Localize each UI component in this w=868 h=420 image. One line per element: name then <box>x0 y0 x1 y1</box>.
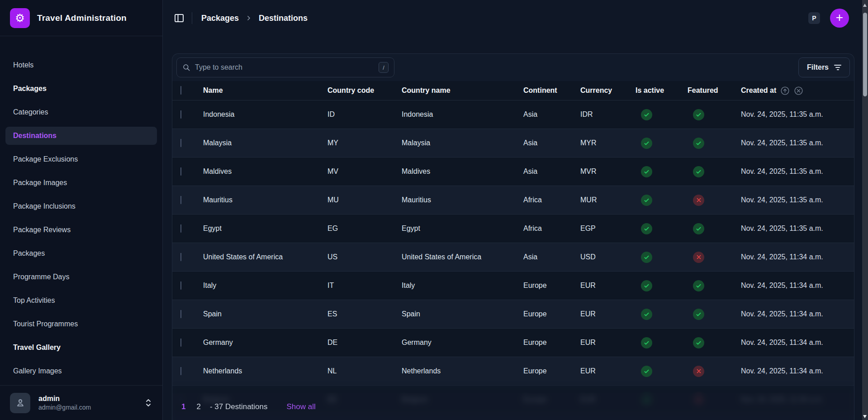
plus-icon: + <box>836 10 843 25</box>
table-row-italy[interactable]: ItalyITItalyEuropeEURNov. 24, 2025, 11:3… <box>172 272 854 300</box>
cell-continent: Asia <box>519 139 576 147</box>
table-row-indonesia[interactable]: IndonesiaIDIndonesiaAsiaIDRNov. 24, 2025… <box>172 100 854 129</box>
row-checkbox[interactable] <box>180 224 181 233</box>
not-featured-x-badge <box>693 252 704 263</box>
cell-country-name: Italy <box>397 282 519 290</box>
scroll-down-arrow-icon[interactable] <box>863 415 867 418</box>
table-row-united-states-of-america[interactable]: United States of AmericaUSUnited States … <box>172 243 854 272</box>
active-check-badge <box>641 166 652 177</box>
cell-created-at: Nov. 24, 2025, 11:34 a.m. <box>736 339 854 347</box>
cell-is-active <box>631 109 683 120</box>
topbar-divider <box>192 12 192 24</box>
cell-continent: Europe <box>519 367 576 375</box>
sidebar-item-packages[interactable]: Packages <box>5 244 157 262</box>
row-checkbox[interactable] <box>180 253 181 261</box>
cell-featured <box>683 280 736 291</box>
cell-name: Netherlands <box>199 367 323 375</box>
column-header-currency[interactable]: Currency <box>576 86 631 95</box>
clear-sort-icon[interactable] <box>794 86 803 95</box>
featured-check-badge <box>693 138 704 149</box>
breadcrumb-packages[interactable]: Packages <box>201 14 239 23</box>
sidebar-toggle-button[interactable] <box>174 12 185 24</box>
page-2-link[interactable]: 2 <box>190 402 207 411</box>
row-checkbox[interactable] <box>180 310 181 318</box>
featured-check-badge <box>693 109 704 120</box>
cell-created-at: Nov. 24, 2025, 11:34 a.m. <box>736 253 854 261</box>
vertical-scrollbar[interactable] <box>862 0 868 420</box>
show-all-link[interactable]: Show all <box>287 402 316 411</box>
active-check-badge <box>641 138 652 149</box>
search-input[interactable] <box>195 63 374 72</box>
scrollbar-thumb[interactable] <box>863 13 867 96</box>
column-header-continent[interactable]: Continent <box>519 86 576 95</box>
select-all-checkbox[interactable] <box>180 86 181 95</box>
check-icon <box>696 140 702 146</box>
cell-country-code: ES <box>323 310 397 318</box>
table-row-maldives[interactable]: MaldivesMVMaldivesAsiaMVRNov. 24, 2025, … <box>172 158 854 186</box>
x-icon <box>696 254 702 260</box>
table-row-malaysia[interactable]: MalaysiaMYMalaysiaAsiaMYRNov. 24, 2025, … <box>172 129 854 158</box>
table-row-egypt[interactable]: EgyptEGEgyptAfricaEGPNov. 24, 2025, 11:3… <box>172 215 854 243</box>
active-check-badge <box>641 223 652 234</box>
app-window: ⚙ Travel Administration HotelsPackagesCa… <box>0 0 868 420</box>
column-header-created-at[interactable]: Created at <box>741 86 776 95</box>
page-1-link[interactable]: 1 <box>177 402 190 411</box>
chevron-up-down-icon[interactable] <box>144 397 152 408</box>
table-row-mauritius[interactable]: MauritiusMUMauritiusAfricaMURNov. 24, 20… <box>172 186 854 215</box>
sidebar-item-destinations[interactable]: Destinations <box>5 127 157 145</box>
row-checkbox[interactable] <box>180 196 181 204</box>
sort-ascending-icon[interactable] <box>780 86 790 95</box>
cell-country-name: Malaysia <box>397 139 519 147</box>
sidebar: ⚙ Travel Administration HotelsPackagesCa… <box>0 0 163 420</box>
pagination-bar: 1 2 - 37 Destinations Show all <box>172 393 854 420</box>
cell-name: Egypt <box>199 224 323 233</box>
add-button[interactable]: + <box>830 9 849 28</box>
cell-created-at: Nov. 24, 2025, 11:35 a.m. <box>736 139 854 147</box>
sidebar-item-hotels[interactable]: Hotels <box>5 56 157 74</box>
row-checkbox[interactable] <box>180 139 181 147</box>
sidebar-nav: HotelsPackagesCategoriesDestinationsPack… <box>0 36 162 385</box>
cell-is-active <box>631 366 683 377</box>
scroll-up-arrow-icon[interactable] <box>863 4 867 7</box>
column-header-name[interactable]: Name <box>199 86 323 95</box>
column-header-country-name[interactable]: Country name <box>397 86 519 95</box>
column-header-country-code[interactable]: Country code <box>323 86 397 95</box>
filters-button[interactable]: Filters <box>798 57 850 77</box>
sidebar-item-top-activities[interactable]: Top Activities <box>5 291 157 310</box>
cell-created-at: Nov. 24, 2025, 11:34 a.m. <box>736 310 854 318</box>
column-header-is-active[interactable]: Is active <box>631 86 683 95</box>
cell-country-name: Spain <box>397 310 519 318</box>
cell-created-at: Nov. 24, 2025, 11:34 a.m. <box>736 282 854 290</box>
profile-badge[interactable]: P <box>808 12 820 24</box>
cell-currency: MVR <box>576 167 631 176</box>
row-checkbox[interactable] <box>180 167 181 176</box>
sidebar-item-programme-days[interactable]: Programme Days <box>5 268 157 286</box>
cell-is-active <box>631 337 683 348</box>
sidebar-item-package-inclusions[interactable]: Package Inclusions <box>5 197 157 215</box>
sidebar-item-gallery-images[interactable]: Gallery Images <box>5 362 157 380</box>
cell-created-at: Nov. 24, 2025, 11:35 a.m. <box>736 110 854 119</box>
sidebar-user-section[interactable]: admin admin@gmail.com <box>0 385 162 420</box>
row-checkbox[interactable] <box>180 110 181 119</box>
column-header-featured[interactable]: Featured <box>683 86 736 95</box>
table-row-germany[interactable]: GermanyDEGermanyEuropeEURNov. 24, 2025, … <box>172 329 854 357</box>
cell-country-name: Netherlands <box>397 367 519 375</box>
check-icon <box>644 169 650 175</box>
sidebar-item-categories[interactable]: Categories <box>5 103 157 121</box>
sidebar-item-tourist-programmes[interactable]: Tourist Programmes <box>5 315 157 333</box>
cell-created-at: Nov. 24, 2025, 11:35 a.m. <box>736 196 854 204</box>
row-checkbox[interactable] <box>180 339 181 347</box>
sidebar-item-package-exclusions[interactable]: Package Exclusions <box>5 150 157 168</box>
table-row-spain[interactable]: SpainESSpainEuropeEURNov. 24, 2025, 11:3… <box>172 300 854 329</box>
row-checkbox[interactable] <box>180 367 181 375</box>
row-checkbox[interactable] <box>180 282 181 290</box>
row-checkbox-cell <box>172 110 199 119</box>
breadcrumb-destinations[interactable]: Destinations <box>259 14 308 23</box>
cell-continent: Asia <box>519 253 576 261</box>
featured-check-badge <box>693 337 704 348</box>
sidebar-item-package-reviews[interactable]: Package Reviews <box>5 221 157 239</box>
sidebar-item-package-images[interactable]: Package Images <box>5 174 157 192</box>
user-name: admin <box>38 395 136 403</box>
table-row-netherlands[interactable]: NetherlandsNLNetherlandsEuropeEURNov. 24… <box>172 357 854 386</box>
featured-check-badge <box>693 280 704 291</box>
